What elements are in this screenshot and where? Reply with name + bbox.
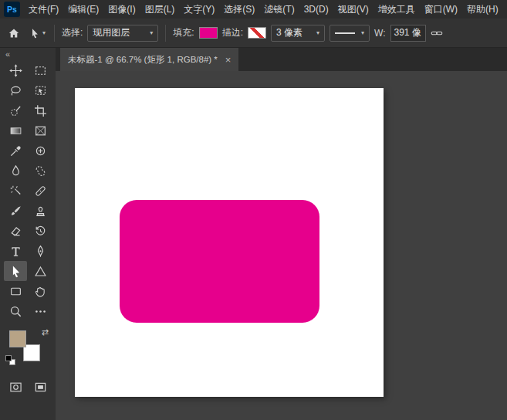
spot-healing-brush-tool[interactable] — [29, 141, 52, 161]
eyedropper-tool[interactable] — [4, 141, 27, 161]
polygon-tool[interactable] — [29, 261, 52, 281]
menu-item-2[interactable]: 图像(I) — [103, 0, 140, 19]
chevron-down-icon: ▾ — [316, 30, 319, 36]
tab-close-icon[interactable]: × — [225, 54, 232, 66]
tool-panel: « ⇄ — [0, 48, 56, 420]
menu-item-0[interactable]: 文件(F) — [24, 0, 63, 19]
default-colors-icon[interactable] — [5, 355, 16, 366]
type-tool[interactable] — [4, 241, 27, 261]
eraser-tool[interactable] — [4, 221, 27, 241]
object-selection-tool[interactable] — [29, 80, 52, 100]
pen-tool[interactable] — [29, 241, 52, 261]
toolbar-bottom-buttons — [0, 377, 56, 397]
tools-grid — [0, 60, 56, 321]
menu-item-6[interactable]: 滤镜(T) — [259, 0, 299, 19]
options-bar: ▾ 选择: 现用图层 ▾ 填充: 描边: 3 像素 ▾ ▾ W: 391 像 — [0, 19, 507, 48]
swap-colors-icon[interactable]: ⇄ — [42, 327, 49, 337]
tool-preset-dropdown[interactable]: ▾ — [28, 28, 47, 39]
zoom-tool[interactable] — [4, 301, 27, 321]
stroke-color-swatch[interactable] — [248, 27, 266, 39]
menu-item-3[interactable]: 图层(L) — [140, 0, 180, 19]
width-label: W: — [374, 28, 385, 39]
menu-item-8[interactable]: 视图(V) — [333, 0, 373, 19]
stroke-width-dropdown[interactable]: 3 像素 ▾ — [271, 25, 325, 42]
photoshop-logo-icon: Ps — [4, 2, 20, 17]
menu-item-10[interactable]: 窗口(W) — [420, 0, 462, 19]
chevron-down-icon: ▾ — [42, 30, 46, 36]
separator — [165, 25, 166, 42]
document-tab[interactable]: 未标题-1 @ 66.7% (矩形 1, RGB/8#) * × — [60, 48, 238, 71]
crop-tool[interactable] — [29, 100, 52, 120]
blur-tool[interactable] — [4, 161, 27, 181]
patch-tool[interactable] — [29, 161, 52, 181]
document-canvas[interactable] — [75, 88, 384, 397]
select-label: 选择: — [62, 26, 83, 39]
menu-item-11[interactable]: 帮助(H) — [462, 0, 503, 19]
stroke-style-dropdown[interactable]: ▾ — [330, 25, 370, 42]
separator — [54, 25, 55, 42]
stroke-label: 描边: — [222, 26, 243, 39]
frame-tool[interactable] — [29, 120, 52, 141]
path-selection-tool[interactable] — [4, 261, 27, 281]
collapse-panel-button[interactable]: « — [0, 48, 56, 60]
document-tab-bar: 未标题-1 @ 66.7% (矩形 1, RGB/8#) * × — [56, 48, 507, 71]
quick-mask-button[interactable] — [5, 377, 25, 397]
history-brush-tool[interactable] — [29, 221, 52, 241]
menu-item-1[interactable]: 编辑(E) — [63, 0, 103, 19]
quick-selection-tool[interactable] — [4, 100, 27, 120]
gradient-tool[interactable] — [4, 120, 27, 141]
lasso-tool[interactable] — [4, 80, 27, 100]
menu-item-5[interactable]: 选择(S) — [219, 0, 259, 19]
default-foreground-square — [5, 355, 12, 361]
move-tool[interactable] — [4, 60, 27, 80]
fill-label: 填充: — [173, 26, 194, 39]
stroke-width-value: 3 像素 — [276, 26, 303, 39]
hand-tool[interactable] — [29, 281, 52, 301]
foreground-color-swatch[interactable] — [9, 330, 26, 347]
brush-tool[interactable] — [4, 201, 27, 221]
menu-item-4[interactable]: 文字(Y) — [179, 0, 219, 19]
select-scope-dropdown[interactable]: 现用图层 ▾ — [87, 25, 158, 42]
shape-width-value: 391 像 — [394, 26, 421, 39]
stroke-style-line-icon — [335, 32, 355, 34]
menu-item-9[interactable]: 增效工具 — [373, 0, 420, 19]
fill-color-swatch[interactable] — [199, 27, 218, 39]
screen-mode-button[interactable] — [30, 377, 50, 397]
link-dimensions-icon[interactable] — [431, 27, 443, 39]
path-selection-tool-icon — [29, 28, 40, 39]
shape-width-input[interactable]: 391 像 — [390, 25, 426, 42]
menu-item-7[interactable]: 3D(D) — [299, 0, 333, 19]
chevron-down-icon: ▾ — [361, 30, 364, 36]
home-button[interactable] — [5, 24, 23, 42]
home-icon — [8, 27, 20, 39]
select-scope-value: 现用图层 — [93, 26, 130, 39]
rectangle-tool[interactable] — [4, 281, 27, 301]
magic-wand-tool[interactable] — [4, 181, 27, 201]
pink-rounded-rectangle-shape[interactable] — [120, 200, 319, 323]
pasteboard — [56, 71, 507, 420]
color-control: ⇄ — [5, 327, 51, 368]
menu-items: 文件(F)编辑(E)图像(I)图层(L)文字(Y)选择(S)滤镜(T)3D(D)… — [24, 0, 503, 19]
document-tab-title: 未标题-1 @ 66.7% (矩形 1, RGB/8#) * — [68, 54, 218, 66]
chevron-down-icon: ▾ — [150, 30, 153, 36]
healing-brush-tool[interactable] — [29, 181, 52, 201]
edit-toolbar-button[interactable] — [29, 301, 52, 321]
rectangular-marquee-tool[interactable] — [29, 60, 52, 80]
menu-bar: Ps 文件(F)编辑(E)图像(I)图层(L)文字(Y)选择(S)滤镜(T)3D… — [0, 0, 507, 19]
clone-stamp-tool[interactable] — [29, 201, 52, 221]
